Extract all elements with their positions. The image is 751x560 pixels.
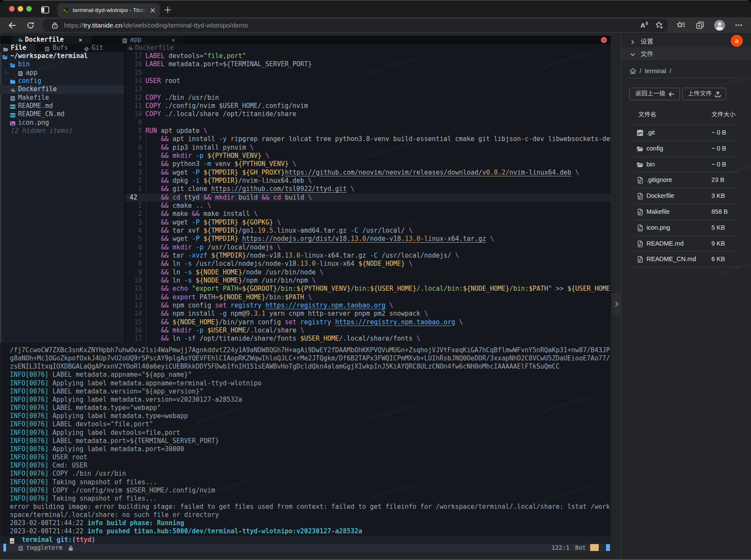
- address-bar[interactable]: https://try.titanide.cn/ide/web/coding/t…: [43, 19, 668, 32]
- editor-line[interactable]: 6 && pip3 install pynvim \: [125, 144, 611, 152]
- lock-icon[interactable]: [52, 22, 58, 29]
- file-row--gitignore[interactable]: .gitignore 23 B: [621, 172, 751, 188]
- editor-line[interactable]: 2 && make && make install \: [125, 210, 611, 218]
- editor-line[interactable]: 12COPY ./bin /usr/bin: [125, 94, 611, 102]
- tree-item-icon-png[interactable]: icon.png: [0, 119, 124, 127]
- editor-line[interactable]: 7 && tar -xvzf ${TMPDIR}/node-v18.13.0-l…: [125, 252, 611, 260]
- editor-line[interactable]: 16 && mkdir -p $USER_HOME/.local/share \: [125, 326, 611, 335]
- tab-close-icon[interactable]: [150, 7, 156, 13]
- bufferline-close-button[interactable]: ✕: [601, 37, 607, 43]
- tree-item-readme-cn-md[interactable]: README_CN.md: [0, 110, 124, 118]
- favorites-icon[interactable]: [676, 21, 685, 30]
- editor-line[interactable]: 5 && mkdir -p ${PYTHON_VENV} \: [125, 152, 611, 160]
- tree-item-config[interactable]: config: [0, 77, 124, 85]
- buffer-tab-app[interactable]: app ✕: [118, 36, 184, 44]
- editor-line[interactable]: 1 && cmake .. \: [125, 202, 611, 210]
- upload-icon: [715, 91, 721, 97]
- line-number: 9: [125, 268, 142, 277]
- profile-avatar[interactable]: [714, 20, 725, 31]
- editor-line[interactable]: 11 && echo "export PATH=${GOROOT}/bin:${…: [125, 285, 611, 293]
- app-file-icon: [122, 37, 127, 43]
- go-up-button[interactable]: [629, 88, 680, 100]
- editor-line[interactable]: 6 && mkdir -p /usr/local/nodejs \: [125, 243, 611, 252]
- panel-collapse-handle[interactable]: [612, 293, 621, 314]
- tree-tab-file[interactable]: File: [0, 44, 36, 52]
- tree-item--2-hidden-items-[interactable]: (2 hidden items): [0, 127, 124, 135]
- editor-line[interactable]: 16LABEL metadata.port=${TERMINAL_SERVER_…: [125, 60, 611, 68]
- editor-line[interactable]: 11COPY ./config/nvim $USER_HOME/.config/…: [125, 102, 611, 110]
- code-editor[interactable]: Dockerfile 17LABEL devtools="file,port"1…: [125, 44, 611, 343]
- file-name: config: [646, 141, 663, 157]
- editor-line[interactable]: 7 && apt install -y ripgrep ranger lolca…: [125, 135, 611, 143]
- reload-button[interactable]: [27, 22, 34, 29]
- editor-line[interactable]: 10 && ln -s ${NODE_HOME}/npm /usr/bin/np…: [125, 277, 611, 285]
- terminal-line: INFO[0076] LABEL devtools="file,port": [0, 420, 611, 428]
- file-row-readme-cn-md[interactable]: README_CN.md 6 KB: [621, 251, 751, 267]
- buffer-tab-dockerfile[interactable]: Dockerfile ✕: [12, 36, 92, 44]
- files-section-header[interactable]: [621, 47, 751, 60]
- settings-menu-icon[interactable]: [734, 21, 743, 30]
- editor-line[interactable]: 4 && tar xvf ${TMPDIR}/go1.19.5.linux-am…: [125, 227, 611, 235]
- folder-icon: [3, 46, 8, 51]
- file-row-icon-png[interactable]: icon.png 5 KB: [621, 220, 751, 236]
- file-row-makefile[interactable]: Makefile 858 B: [621, 204, 751, 220]
- editor-line[interactable]: 12 && export PATH=${NODE_HOME}/bin:$PATH…: [125, 293, 611, 302]
- macos-close-button[interactable]: [9, 6, 15, 12]
- terminal-line: INFO[0076] Taking snapshot of files...: [0, 478, 611, 486]
- file-row-dockerfile[interactable]: Dockerfile 3 KB: [621, 188, 751, 204]
- editor-line[interactable]: 17LABEL devtools="file,port": [125, 52, 611, 60]
- tree-tab-git[interactable]: Git: [75, 44, 124, 52]
- file-row-bin[interactable]: bin ~ 0 B: [621, 157, 751, 172]
- editor-line[interactable]: 1 && git clone https://github.com/tsl092…: [125, 185, 611, 193]
- back-button[interactable]: [8, 21, 16, 30]
- editor-line[interactable]: 8 && ln -s /usr/local/nodejs/node-v18.13…: [125, 260, 611, 268]
- editor-line[interactable]: 2 && dpkg -i ${TMPDIR}/nvim-linux64.deb …: [125, 177, 611, 185]
- terminal-output[interactable]: /fj7CcwoCW7ZXBc3snKxZNYHpbh7uhwOvx2lsi4W…: [0, 343, 611, 544]
- file-row-config[interactable]: config ~ 0 B: [621, 141, 751, 157]
- editor-line[interactable]: 15: [125, 69, 611, 77]
- buffer-close-icon[interactable]: ✕: [172, 36, 175, 44]
- statusline-buffer-name: toggleterm: [26, 544, 62, 551]
- new-tab-button[interactable]: [164, 6, 172, 14]
- user-avatar[interactable]: a: [731, 35, 743, 47]
- editor-line[interactable]: 3 && wget -P ${TMPDIR} ${GH_PROXY}https:…: [125, 169, 611, 177]
- macos-minimize-button[interactable]: [18, 6, 23, 12]
- file-row-readme-md[interactable]: README.md 9 KB: [621, 236, 751, 252]
- editor-line[interactable]: 4 && python3 -m venv ${PYTHON_VENV} \: [125, 160, 611, 168]
- editor-line[interactable]: 14USER root: [125, 77, 611, 85]
- read-aloud-icon[interactable]: [640, 21, 649, 30]
- tree-item-makefile[interactable]: Makefile: [0, 94, 124, 102]
- editor-line[interactable]: 15 && ${NODE_HOME}/bin/yarn config set r…: [125, 318, 611, 326]
- tree-item-readme-md[interactable]: README.md: [0, 102, 124, 110]
- home-icon[interactable]: [630, 68, 636, 74]
- editor-line[interactable]: 13 && npm config set registry https://re…: [125, 302, 611, 310]
- editor-line[interactable]: 3 && wget -P ${TMPDIR} ${GOPKG} \: [125, 218, 611, 227]
- tree-item--workspace-terminal[interactable]: ~/workspace/terminal: [0, 52, 124, 60]
- editor-line[interactable]: 17 && ln -sf /opt/titanide/share/fonts $…: [125, 335, 611, 343]
- terminal-line: INFO[0076] Applying label metadata.appna…: [0, 379, 611, 388]
- add-favorite-icon[interactable]: [655, 21, 664, 30]
- editor-line[interactable]: 10COPY ./.local/share /opt/titanide/shar…: [125, 110, 611, 118]
- browser-tab[interactable]: terminal-ttyd-wlotnipo - TitanIDE: [57, 3, 160, 17]
- file-row--git[interactable]: .git ~ 0 B: [621, 125, 751, 141]
- tree-item-bin[interactable]: bin: [0, 60, 124, 68]
- folder-open-gray-icon: [637, 145, 643, 152]
- editor-line[interactable]: 9 && ln -s ${NODE_HOME}/node /usr/bin/no…: [125, 268, 611, 277]
- editor-line[interactable]: 8RUN apt update \: [125, 127, 611, 135]
- macos-zoom-button[interactable]: [26, 6, 32, 12]
- collections-icon[interactable]: [696, 21, 705, 30]
- breadcrumb-dir[interactable]: terminal: [645, 68, 666, 74]
- upload-button[interactable]: [682, 88, 726, 100]
- tree-item-dockerfile[interactable]: Dockerfile: [0, 85, 124, 93]
- tree-item-app[interactable]: app: [0, 69, 124, 77]
- buffer-close-icon[interactable]: ✕: [79, 36, 82, 44]
- tree-tab-bufs[interactable]: Bufs: [36, 44, 75, 52]
- editor-line[interactable]: 14 && npm install -g npm@9.3.1 yarn cnpm…: [125, 310, 611, 318]
- editor-line[interactable]: 5 && wget -P ${TMPDIR} https://nodejs.or…: [125, 235, 611, 243]
- sidebar-toggle-icon[interactable]: [40, 5, 50, 15]
- editor-line[interactable]: 13: [125, 85, 611, 93]
- editor-line-current[interactable]: 42 && cd ttyd && mkdir build && cd build…: [125, 194, 611, 202]
- chevron-right-icon: [630, 39, 635, 44]
- whale-icon: [10, 87, 15, 92]
- editor-line[interactable]: 9: [125, 119, 611, 127]
